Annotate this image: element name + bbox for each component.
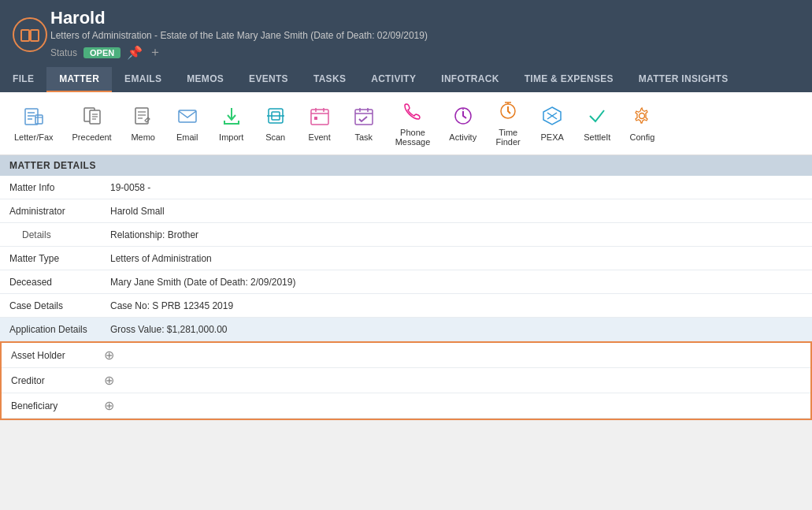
tab-activity[interactable]: ACTIVITY <box>358 67 428 92</box>
matter-info-label: Matter Info <box>0 177 102 198</box>
nav-tabs: FILE MATTER EMAILS MEMOS EVENTS TASKS AC… <box>0 67 812 92</box>
settleit-label: SettleIt <box>584 132 610 142</box>
matter-type-value: Letters of Administration <box>102 248 812 269</box>
beneficiary-label: Beneficiary <box>2 395 96 417</box>
case-details-row: Case Details Case No: S PRB 12345 2019 <box>0 294 812 318</box>
creditor-add-button[interactable]: ⊕ <box>96 368 122 393</box>
app-logo <box>13 17 47 52</box>
details-row: Details Relationship: Brother <box>0 223 812 247</box>
toolbar: Letter/Fax Precedent Memo <box>0 92 812 155</box>
tab-matter[interactable]: MATTER <box>46 67 112 92</box>
asset-holder-row: Asset Holder ⊕ <box>2 343 810 368</box>
event-button[interactable]: Event <box>299 100 340 147</box>
details-value: Relationship: Brother <box>102 225 812 245</box>
add-button[interactable]: ＋ <box>149 44 161 61</box>
scan-button[interactable]: Scan <box>255 100 296 147</box>
administrator-label: Administrator <box>0 201 102 221</box>
app-name: Harold <box>50 8 428 28</box>
pexa-button[interactable]: PEXA <box>532 100 573 147</box>
matter-info-value: 19-0058 - <box>102 177 812 198</box>
tab-events[interactable]: EVENTS <box>236 67 301 92</box>
task-button[interactable]: Task <box>343 100 384 147</box>
task-icon <box>353 105 375 130</box>
asset-holder-add-button[interactable]: ⊕ <box>96 343 122 367</box>
pexa-label: PEXA <box>540 132 563 142</box>
memo-label: Memo <box>131 132 155 142</box>
svg-rect-22 <box>311 110 328 125</box>
time-finder-button[interactable]: Time Finder <box>488 95 528 151</box>
beneficiary-add-button[interactable]: ⊕ <box>96 393 122 418</box>
svg-rect-1 <box>31 30 39 41</box>
tab-file[interactable]: FILE <box>0 67 46 92</box>
email-icon <box>176 105 198 130</box>
settleit-button[interactable]: SettleIt <box>576 100 618 147</box>
svg-rect-7 <box>35 115 43 124</box>
content-area: MATTER DETAILS Matter Info 19-0058 - Adm… <box>0 155 812 420</box>
memo-button[interactable]: Memo <box>123 100 164 147</box>
matter-title: Letters of Administration - Estate of th… <box>50 30 428 41</box>
import-label: Import <box>219 132 243 142</box>
svg-rect-27 <box>355 110 373 125</box>
import-icon <box>221 105 243 130</box>
svg-point-38 <box>640 114 645 119</box>
letter-fax-button[interactable]: Letter/Fax <box>6 100 61 147</box>
status-badge: OPEN <box>83 47 121 58</box>
application-details-row: Application Details Gross Value: $1,281,… <box>0 318 812 341</box>
precedent-label: Precedent <box>72 132 112 142</box>
letter-fax-icon <box>23 105 45 130</box>
svg-rect-0 <box>21 30 29 41</box>
memo-icon <box>132 105 154 130</box>
tab-infotrack[interactable]: INFOTRACK <box>428 67 511 92</box>
email-button[interactable]: Email <box>167 100 208 147</box>
tab-matter-insights[interactable]: MATTER INSIGHTS <box>626 67 741 92</box>
event-label: Event <box>309 132 331 142</box>
time-finder-icon <box>497 100 519 125</box>
config-label: Config <box>630 132 655 142</box>
status-row: Status OPEN 📌 ＋ <box>50 44 428 61</box>
application-details-label: Application Details <box>0 319 102 340</box>
deceased-value: Mary Jane Smith (Date of Death: 2/09/201… <box>102 272 812 292</box>
import-button[interactable]: Import <box>211 100 252 147</box>
scan-label: Scan <box>265 132 285 142</box>
pin-button[interactable]: 📌 <box>127 45 143 60</box>
deceased-row: Deceased Mary Jane Smith (Date of Death:… <box>0 270 812 294</box>
activity-label: Activity <box>449 132 476 142</box>
application-details-value: Gross Value: $1,281,000.00 <box>102 319 812 340</box>
matter-info-row: Matter Info 19-0058 - <box>0 176 812 199</box>
administrator-row: Administrator Harold Small <box>0 199 812 223</box>
creditor-label: Creditor <box>2 370 96 392</box>
matter-type-row: Matter Type Letters of Administration <box>0 247 812 270</box>
config-button[interactable]: Config <box>621 100 662 147</box>
case-details-label: Case Details <box>0 296 102 316</box>
precedent-button[interactable]: Precedent <box>65 100 120 147</box>
email-label: Email <box>176 132 198 142</box>
asset-section: Asset Holder ⊕ Creditor ⊕ Beneficiary ⊕ <box>0 341 812 420</box>
phone-message-button[interactable]: Phone Message <box>387 95 439 151</box>
matter-type-label: Matter Type <box>0 248 102 269</box>
beneficiary-row: Beneficiary ⊕ <box>2 393 810 419</box>
event-icon <box>309 105 331 130</box>
creditor-row: Creditor ⊕ <box>2 368 810 393</box>
status-label: Status <box>50 47 77 58</box>
activity-button[interactable]: Activity <box>441 100 484 147</box>
precedent-icon <box>81 105 103 130</box>
details-label: Details <box>0 225 102 245</box>
tab-memos[interactable]: MEMOS <box>174 67 236 92</box>
svg-rect-26 <box>314 117 317 120</box>
tab-time-expenses[interactable]: TIME & EXPENSES <box>512 67 626 92</box>
case-details-value: Case No: S PRB 12345 2019 <box>102 296 812 316</box>
pexa-icon <box>541 105 563 130</box>
config-icon <box>631 105 653 130</box>
phone-message-icon <box>402 100 424 125</box>
tab-emails[interactable]: EMAILS <box>112 67 174 92</box>
scan-icon <box>265 105 287 130</box>
tab-tasks[interactable]: TASKS <box>301 67 358 92</box>
administrator-value: Harold Small <box>102 201 812 221</box>
svg-rect-18 <box>179 110 196 122</box>
letter-fax-label: Letter/Fax <box>14 132 54 142</box>
time-finder-label: Time Finder <box>496 128 521 147</box>
activity-icon <box>452 105 474 130</box>
matter-details-section-header: MATTER DETAILS <box>0 155 812 176</box>
settleit-icon <box>586 105 608 130</box>
phone-message-label: Phone Message <box>395 128 431 147</box>
